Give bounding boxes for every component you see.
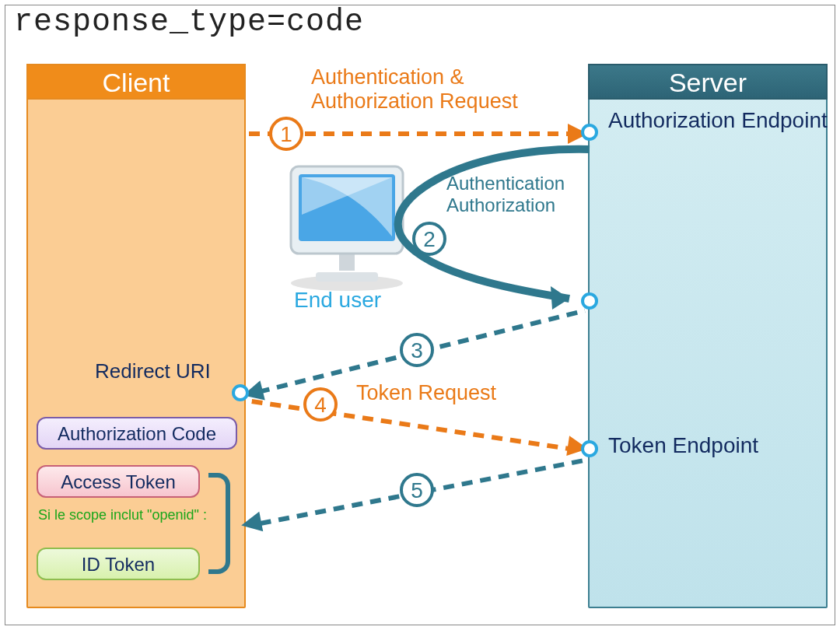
step-4-badge: 4: [303, 387, 338, 422]
arrow-2-curve: [0, 0, 840, 630]
server-step2-node: [581, 292, 598, 310]
arrow-5-head: [240, 512, 263, 535]
svg-marker-5: [551, 286, 569, 310]
redirect-uri-node: [232, 384, 249, 401]
step-4-label: Token Request: [356, 381, 496, 405]
step-3-badge: 3: [400, 333, 434, 367]
step-2-badge: 2: [412, 222, 446, 256]
token-endpoint-node: [581, 440, 598, 457]
step-5-badge: 5: [400, 473, 434, 507]
step-2-label: Authentication Authorization: [446, 173, 602, 215]
